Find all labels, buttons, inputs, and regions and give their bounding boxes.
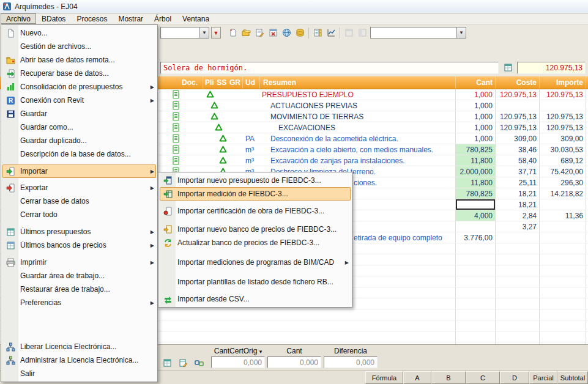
menu-item-ltimos-presupuestos[interactable]: Últimos presupuestos▶ [2,225,156,238]
description-input[interactable]: Solera de hormigón. [160,62,499,74]
menu-item-gesti-n-de-archivos[interactable]: Gestión de archivos... [2,40,156,53]
cell-resumen[interactable]: ACTUACIONES PREVIAS [260,100,456,111]
toolbar-combobox-2[interactable]: ▼ [370,27,466,39]
cell-cant[interactable]: 1,000 [456,122,496,133]
cell-resumen[interactable]: EXCAVACIONES [260,122,456,133]
cell-importe[interactable] [540,199,586,210]
menu-item-cerrar-base-de-datos[interactable]: Cerrar base de datos [2,194,156,208]
cell-cant[interactable]: 2.000,000 [456,166,496,177]
cell-cant[interactable]: 1,000 [456,89,496,100]
field-diferencia-input[interactable]: 0,000 [324,356,378,368]
cell-cant[interactable]: 11,800 [456,155,496,166]
menu-rbol[interactable]: Árbol [149,13,177,24]
cell-resumen[interactable]: PRESUPUESTO EJEMPLO [260,89,456,100]
menu-item-exportar[interactable]: Exportar▶ [2,181,156,194]
menu-item-ltimos-bancos-de-precios[interactable]: Últimos bancos de precios▶ [2,238,156,252]
cell-coste[interactable]: 25,11 [496,177,540,188]
cell-doc[interactable] [160,133,203,144]
cell-cant[interactable]: 3.776,00 [456,232,496,243]
cell-coste[interactable]: 3,27 [496,221,540,232]
menu-item-descripci-n-de-la-base-de-datos[interactable]: Descripción de la base de datos... [2,147,156,161]
field-cant-input[interactable]: 0,000 [267,356,321,368]
cell-group[interactable] [203,155,243,166]
cell-importe[interactable]: 689,12 [540,155,586,166]
cell-group[interactable] [203,89,243,100]
cell-doc[interactable] [160,89,203,100]
header-resumen[interactable]: Resumen [260,76,456,89]
cell-importe[interactable]: 11,36 [540,210,586,221]
menu-item-abrir-base-de-datos-remota[interactable]: Abrir base de datos remota... [2,53,156,67]
toolbar-combobox-1[interactable]: ▼ [160,27,209,39]
measurement-grid-icon[interactable] [160,356,174,369]
cell-cant[interactable]: 11,800 [456,177,496,188]
app-icon[interactable] [2,2,12,11]
menu-item-salir[interactable]: Salir [2,367,156,380]
cell-cant[interactable]: 1,000 [456,111,496,122]
cell-coste[interactable]: 58,40 [496,155,540,166]
cell-coste[interactable] [496,232,540,243]
red-dropdown-button[interactable]: ▼ [211,27,221,39]
cell-resumen[interactable]: MOVIMIENTO DE TIERRAS [260,111,456,122]
measurement-edit-icon[interactable] [176,356,190,369]
cell-cant[interactable]: 1,000 [456,133,496,144]
measure-list-icon[interactable] [311,26,324,40]
cell-resumen[interactable]: Excavación de zanjas para instalaciones. [260,155,456,166]
cell-resumen[interactable]: Desconexión de la acometida eléctrica. [260,133,456,144]
cell-cant[interactable]: 4,000 [456,210,496,221]
cell-doc[interactable] [160,111,203,122]
header-pli[interactable]: Pli [205,78,214,87]
menu-item-guardar-rea-de-trabajo[interactable]: Guardar área de trabajo... [2,269,156,282]
calendar-delete-icon[interactable] [266,26,280,40]
header-importe[interactable]: Importe [540,76,586,89]
chevron-down-icon[interactable]: ▾ [259,349,262,355]
menu-item-recuperar-base-de-datos[interactable]: Recuperar base de datos... [2,67,156,80]
cell-importe[interactable] [540,232,586,243]
cell-importe[interactable] [540,221,586,232]
menu-item-liberar-licencia-electr-nica[interactable]: Liberar Licencia Electrónica... [2,340,156,353]
bottombar-cell-parcial[interactable]: Parcial [529,371,557,384]
cell-importe[interactable]: 296,30 [540,177,586,188]
cell-importe[interactable]: 75.420,00 [540,166,586,177]
menu-item-nuevo[interactable]: Nuevo... [2,26,156,40]
cell-doc[interactable] [160,122,203,133]
cell-group[interactable] [203,111,243,122]
cell-coste[interactable]: 38,46 [496,144,540,155]
menu-item-cerrar-todo[interactable]: Cerrar todo [2,208,156,221]
cell-importe[interactable]: 309,00 [540,133,586,144]
menu-bdatos[interactable]: BDatos [36,13,71,24]
menu-item-conexi-n-con-revit[interactable]: RConexión con Revit▶ [2,94,156,107]
menu-mostrar[interactable]: Mostrar [113,13,149,24]
cell-importe[interactable] [540,100,586,111]
bottombar-cell-b[interactable]: B [431,371,466,384]
cell-coste[interactable]: 120.975,13 [496,122,540,133]
header-group[interactable]: Pli SS GR [203,76,243,89]
window-a-icon[interactable] [342,26,355,40]
globe-icon[interactable] [280,26,293,40]
cell-ud[interactable]: m³ [243,155,260,166]
cell-coste[interactable]: 18,21 [496,188,540,199]
cell-doc[interactable] [160,100,203,111]
cell-ud[interactable]: m³ [243,144,260,155]
menu-item-importar-medici-n-de-fiebdc-3[interactable]: Importar medición de FIEBDC-3... [160,187,351,201]
cell-group[interactable] [203,133,243,144]
cell-doc[interactable] [160,155,203,166]
menu-item-imprimir[interactable]: Imprimir▶ [2,256,156,269]
menu-item-restaurar-rea-de-trabajo[interactable]: Restaurar área de trabajo... [2,282,156,296]
menu-procesos[interactable]: Procesos [71,13,113,24]
cell-coste[interactable]: 309,00 [496,133,540,144]
bottombar-cell-a[interactable]: A [403,371,431,384]
cell-group[interactable] [203,144,243,155]
cell-ud[interactable] [243,100,260,111]
window-b-icon[interactable] [355,26,369,40]
open-folders-icon[interactable] [239,26,253,40]
cell-ud[interactable] [243,89,260,100]
cell-coste[interactable]: 18,21 [496,199,540,210]
header-ss[interactable]: SS [217,78,226,87]
menu-item-actualizar-banco-de-precios-de-fiebdc-3[interactable]: Actualizar banco de precios de FIEBDC-3.… [160,236,351,249]
cell-coste[interactable]: 120.975,13 [496,111,540,122]
menu-item-guardar-duplicado[interactable]: Guardar duplicado... [2,134,156,147]
detail-grid-icon[interactable] [502,62,514,74]
bottombar-cell-d[interactable]: D [500,371,529,384]
cell-cant[interactable]: 1,000 [456,100,496,111]
chevron-down-icon[interactable]: ▼ [456,28,466,38]
